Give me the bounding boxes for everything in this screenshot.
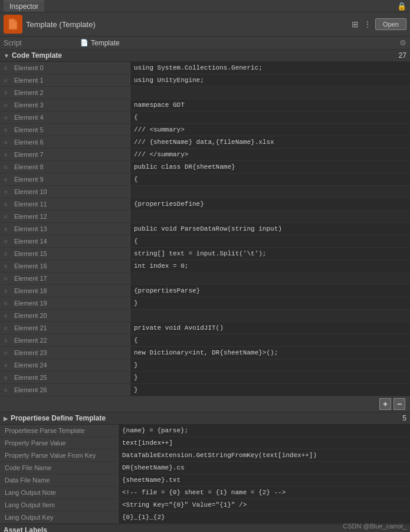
element-value[interactable]: { — [130, 173, 410, 185]
drag-handle-icon[interactable]: ≡ — [0, 189, 12, 195]
element-value[interactable]: {propertiesDefine} — [130, 198, 410, 210]
drag-handle-icon[interactable]: ≡ — [0, 325, 12, 331]
element-value[interactable] — [130, 211, 410, 222]
inspector-tab[interactable]: Inspector — [4, 1, 44, 12]
table-row: ≡Element 18 {propertiesParse} — [0, 285, 410, 297]
list-item: Property Parse Value From KeyDataTableEx… — [0, 449, 410, 462]
element-value[interactable]: namespace GDT — [130, 99, 410, 111]
prop-value[interactable]: text[index++] — [118, 437, 410, 449]
drag-handle-icon[interactable]: ≡ — [0, 362, 12, 369]
prop-value[interactable]: {sheetName}.txt — [118, 474, 410, 486]
table-row: ≡Element 0using System.Collections.Gener… — [0, 62, 410, 74]
element-label: Element 24 — [12, 360, 130, 370]
remove-element-button[interactable]: − — [393, 398, 405, 410]
drag-handle-icon[interactable]: ≡ — [0, 275, 12, 282]
prop-value[interactable]: <String Key="{0}" Value="{1}" /> — [118, 499, 410, 511]
prop-value[interactable]: {name} = {parse}; — [118, 425, 410, 436]
code-template-section-header[interactable]: ▼ Code Template 27 — [0, 50, 410, 62]
prop-label: Lang Output Key — [0, 513, 118, 522]
element-label: Element 18 — [12, 286, 130, 295]
drag-handle-icon[interactable]: ≡ — [0, 387, 12, 393]
element-value[interactable]: string[] text = input.Split('\t'); — [130, 248, 410, 260]
drag-handle-icon[interactable]: ≡ — [0, 139, 12, 146]
table-row: ≡Element 14 { — [0, 235, 410, 248]
drag-handle-icon[interactable]: ≡ — [0, 164, 12, 170]
element-value[interactable] — [130, 186, 410, 198]
element-label: Element 13 — [12, 224, 130, 234]
table-row: ≡Element 17 — [0, 272, 410, 285]
element-value[interactable]: public void ParseDataRow(string input) — [130, 223, 410, 235]
drag-handle-icon[interactable]: ≡ — [0, 77, 12, 84]
properties-section-header[interactable]: ▶ Propertiese Define Template 5 — [0, 412, 410, 425]
prop-value[interactable]: DR{sheetName}.cs — [118, 462, 410, 474]
watermark: CSDN @Blue_carrot_ — [343, 523, 406, 530]
drag-handle-icon[interactable]: ≡ — [0, 114, 12, 121]
element-label: Element 19 — [12, 298, 130, 308]
adjust-icon[interactable]: ⊞ — [350, 18, 360, 30]
drag-handle-icon[interactable]: ≡ — [0, 313, 12, 319]
element-label: Element 20 — [12, 311, 130, 320]
prop-value[interactable]: <!-- file = {0} sheet = {1} name = {2} -… — [118, 487, 410, 498]
drag-handle-icon[interactable]: ≡ — [0, 226, 12, 232]
drag-handle-icon[interactable]: ≡ — [0, 214, 12, 220]
template-icon — [4, 15, 22, 34]
table-row: ≡Element 26} — [0, 384, 410, 396]
drag-handle-icon[interactable]: ≡ — [0, 288, 12, 294]
element-label: Element 8 — [12, 162, 130, 172]
drag-handle-icon[interactable]: ≡ — [0, 65, 12, 71]
drag-handle-icon[interactable]: ≡ — [0, 251, 12, 257]
element-value[interactable]: /// {sheetName} data,{fileName}.xlsx — [130, 136, 410, 148]
element-value[interactable]: using UnityEngine; — [130, 74, 410, 86]
prop-value[interactable]: {0}_{1}_{2} — [118, 511, 410, 523]
drag-handle-icon[interactable]: ≡ — [0, 152, 12, 158]
drag-handle-icon[interactable]: ≡ — [0, 375, 12, 381]
drag-handle-icon[interactable]: ≡ — [0, 90, 12, 96]
open-button[interactable]: Open — [375, 18, 406, 30]
element-value[interactable]: int index = 0; — [130, 260, 410, 272]
element-value[interactable]: using System.Collections.Generic; — [130, 62, 410, 74]
drag-handle-icon[interactable]: ≡ — [0, 300, 12, 307]
element-value[interactable]: private void AvoidJIT() — [130, 322, 410, 334]
prop-value[interactable]: DataTableExtension.GetStringFromKey(text… — [118, 449, 410, 461]
settings-icon[interactable]: ⚙ — [399, 38, 406, 47]
table-row: ≡Element 7 /// </summary> — [0, 149, 410, 161]
menu-icon[interactable]: ⋮ — [362, 18, 373, 30]
element-value[interactable]: { — [130, 334, 410, 346]
tab-label: Inspector — [9, 2, 38, 11]
element-value[interactable]: { — [130, 235, 410, 247]
drag-handle-icon[interactable]: ≡ — [0, 176, 12, 183]
element-value[interactable]: new Dictionary<int, DR{sheetName}>(); — [130, 347, 410, 359]
element-value[interactable] — [130, 87, 410, 98]
drag-handle-icon[interactable]: ≡ — [0, 337, 12, 344]
element-value[interactable]: } — [130, 297, 410, 309]
lock-icon[interactable]: 🔒 — [397, 2, 406, 11]
table-row: ≡Element 1using UnityEngine; — [0, 74, 410, 87]
drag-handle-icon[interactable]: ≡ — [0, 350, 12, 356]
drag-handle-icon[interactable]: ≡ — [0, 263, 12, 270]
table-row: ≡Element 11 {propertiesDefine} — [0, 198, 410, 211]
drag-handle-icon[interactable]: ≡ — [0, 238, 12, 245]
properties-section-title: Propertiese Define Template — [11, 414, 402, 422]
drag-handle-icon[interactable]: ≡ — [0, 102, 12, 109]
table-row: ≡Element 25 } — [0, 372, 410, 384]
element-value[interactable] — [130, 272, 410, 284]
element-value[interactable]: /// <summary> — [130, 124, 410, 136]
element-label: Element 26 — [12, 385, 130, 395]
drag-handle-icon[interactable]: ≡ — [0, 201, 12, 208]
element-value[interactable]: public class DR{sheetName} — [130, 161, 410, 173]
element-value[interactable]: {propertiesParse} — [130, 285, 410, 297]
element-value[interactable]: } — [130, 372, 410, 383]
element-value[interactable]: } — [130, 359, 410, 371]
element-value[interactable] — [130, 310, 410, 321]
element-label: Element 23 — [12, 348, 130, 357]
element-label: Element 21 — [12, 323, 130, 333]
list-item: Property Parse Valuetext[index++] — [0, 437, 410, 449]
element-value[interactable]: } — [130, 384, 410, 396]
element-value[interactable]: /// </summary> — [130, 149, 410, 160]
drag-handle-icon[interactable]: ≡ — [0, 127, 12, 133]
table-row: ≡Element 24 } — [0, 359, 410, 372]
properties-section-count: 5 — [402, 414, 406, 422]
add-element-button[interactable]: + — [379, 398, 391, 410]
prop-label: Lang Output Item — [0, 500, 118, 510]
element-value[interactable]: { — [130, 111, 410, 123]
